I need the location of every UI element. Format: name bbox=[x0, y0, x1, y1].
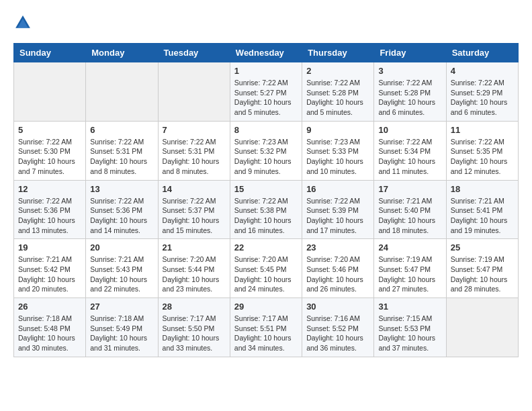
calendar-week-2: 5Sunrise: 7:22 AM Sunset: 5:30 PM Daylig… bbox=[14, 121, 519, 180]
calendar-table: SundayMondayTuesdayWednesdayThursdayFrid… bbox=[13, 43, 519, 357]
day-number: 10 bbox=[378, 125, 441, 135]
day-number: 7 bbox=[163, 125, 226, 135]
calendar-cell bbox=[158, 62, 230, 122]
calendar-cell: 3Sunrise: 7:22 AM Sunset: 5:28 PM Daylig… bbox=[374, 62, 446, 122]
calendar-cell: 9Sunrise: 7:23 AM Sunset: 5:33 PM Daylig… bbox=[302, 121, 374, 180]
day-number: 19 bbox=[18, 242, 81, 253]
calendar-cell: 23Sunrise: 7:20 AM Sunset: 5:46 PM Dayli… bbox=[302, 239, 374, 298]
calendar-cell: 18Sunrise: 7:21 AM Sunset: 5:41 PM Dayli… bbox=[446, 180, 518, 239]
cell-content: Sunrise: 7:20 AM Sunset: 5:45 PM Dayligh… bbox=[234, 255, 298, 294]
cell-content: Sunrise: 7:22 AM Sunset: 5:28 PM Dayligh… bbox=[306, 78, 369, 118]
calendar-cell: 25Sunrise: 7:19 AM Sunset: 5:47 PM Dayli… bbox=[446, 239, 518, 298]
calendar-cell: 21Sunrise: 7:20 AM Sunset: 5:44 PM Dayli… bbox=[158, 239, 230, 298]
day-number: 31 bbox=[378, 302, 441, 312]
cell-content: Sunrise: 7:20 AM Sunset: 5:44 PM Dayligh… bbox=[163, 255, 226, 294]
calendar-cell: 8Sunrise: 7:23 AM Sunset: 5:32 PM Daylig… bbox=[230, 121, 302, 180]
calendar-cell: 22Sunrise: 7:20 AM Sunset: 5:45 PM Dayli… bbox=[230, 239, 302, 298]
day-number: 4 bbox=[451, 66, 514, 76]
day-number: 18 bbox=[451, 184, 514, 194]
cell-content: Sunrise: 7:22 AM Sunset: 5:31 PM Dayligh… bbox=[163, 137, 226, 177]
day-number: 12 bbox=[18, 184, 81, 194]
cell-content: Sunrise: 7:21 AM Sunset: 5:42 PM Dayligh… bbox=[18, 255, 81, 294]
day-number: 14 bbox=[163, 184, 226, 194]
calendar-cell: 28Sunrise: 7:17 AM Sunset: 5:50 PM Dayli… bbox=[158, 298, 230, 357]
cell-content: Sunrise: 7:20 AM Sunset: 5:46 PM Dayligh… bbox=[306, 255, 369, 294]
page-header bbox=[13, 13, 519, 32]
calendar-body: 1Sunrise: 7:22 AM Sunset: 5:27 PM Daylig… bbox=[14, 62, 519, 357]
calendar-cell: 29Sunrise: 7:17 AM Sunset: 5:51 PM Dayli… bbox=[230, 298, 302, 357]
day-number: 23 bbox=[306, 242, 369, 253]
day-header-wednesday: Wednesday bbox=[230, 44, 302, 62]
day-number: 3 bbox=[378, 66, 441, 76]
calendar-cell: 27Sunrise: 7:18 AM Sunset: 5:49 PM Dayli… bbox=[86, 298, 158, 357]
day-number: 6 bbox=[90, 125, 153, 135]
day-number: 16 bbox=[306, 184, 369, 194]
calendar-week-4: 19Sunrise: 7:21 AM Sunset: 5:42 PM Dayli… bbox=[14, 239, 519, 298]
calendar-cell: 1Sunrise: 7:22 AM Sunset: 5:27 PM Daylig… bbox=[230, 62, 302, 122]
day-number: 26 bbox=[18, 302, 81, 312]
day-number: 25 bbox=[451, 242, 514, 253]
calendar-cell: 17Sunrise: 7:21 AM Sunset: 5:40 PM Dayli… bbox=[374, 180, 446, 239]
cell-content: Sunrise: 7:21 AM Sunset: 5:40 PM Dayligh… bbox=[378, 196, 441, 236]
cell-content: Sunrise: 7:19 AM Sunset: 5:47 PM Dayligh… bbox=[451, 255, 514, 294]
cell-content: Sunrise: 7:23 AM Sunset: 5:32 PM Dayligh… bbox=[234, 137, 298, 177]
calendar-cell: 15Sunrise: 7:22 AM Sunset: 5:38 PM Dayli… bbox=[230, 180, 302, 239]
calendar-cell: 6Sunrise: 7:22 AM Sunset: 5:31 PM Daylig… bbox=[86, 121, 158, 180]
day-number: 9 bbox=[306, 125, 369, 135]
calendar-cell: 24Sunrise: 7:19 AM Sunset: 5:47 PM Dayli… bbox=[374, 239, 446, 298]
cell-content: Sunrise: 7:22 AM Sunset: 5:35 PM Dayligh… bbox=[451, 137, 514, 177]
calendar-week-1: 1Sunrise: 7:22 AM Sunset: 5:27 PM Daylig… bbox=[14, 62, 519, 122]
cell-content: Sunrise: 7:21 AM Sunset: 5:43 PM Dayligh… bbox=[90, 255, 153, 294]
day-header-thursday: Thursday bbox=[302, 44, 374, 62]
calendar-cell: 11Sunrise: 7:22 AM Sunset: 5:35 PM Dayli… bbox=[446, 121, 518, 180]
calendar-cell: 5Sunrise: 7:22 AM Sunset: 5:30 PM Daylig… bbox=[14, 121, 86, 180]
calendar-cell: 13Sunrise: 7:22 AM Sunset: 5:36 PM Dayli… bbox=[86, 180, 158, 239]
day-number: 27 bbox=[90, 302, 153, 312]
day-header-saturday: Saturday bbox=[446, 44, 518, 62]
cell-content: Sunrise: 7:17 AM Sunset: 5:51 PM Dayligh… bbox=[234, 314, 298, 353]
cell-content: Sunrise: 7:18 AM Sunset: 5:49 PM Dayligh… bbox=[90, 314, 153, 353]
cell-content: Sunrise: 7:22 AM Sunset: 5:31 PM Dayligh… bbox=[90, 137, 153, 177]
cell-content: Sunrise: 7:22 AM Sunset: 5:36 PM Dayligh… bbox=[18, 196, 81, 236]
day-number: 21 bbox=[163, 242, 226, 253]
day-number: 11 bbox=[451, 125, 514, 135]
cell-content: Sunrise: 7:22 AM Sunset: 5:38 PM Dayligh… bbox=[234, 196, 298, 236]
cell-content: Sunrise: 7:19 AM Sunset: 5:47 PM Dayligh… bbox=[378, 255, 441, 294]
calendar-cell: 2Sunrise: 7:22 AM Sunset: 5:28 PM Daylig… bbox=[302, 62, 374, 122]
day-header-sunday: Sunday bbox=[14, 44, 86, 62]
calendar-cell: 30Sunrise: 7:16 AM Sunset: 5:52 PM Dayli… bbox=[302, 298, 374, 357]
cell-content: Sunrise: 7:22 AM Sunset: 5:28 PM Dayligh… bbox=[378, 78, 441, 118]
logo bbox=[13, 13, 35, 32]
calendar-cell: 19Sunrise: 7:21 AM Sunset: 5:42 PM Dayli… bbox=[14, 239, 86, 298]
cell-content: Sunrise: 7:16 AM Sunset: 5:52 PM Dayligh… bbox=[306, 314, 369, 353]
calendar-header: SundayMondayTuesdayWednesdayThursdayFrid… bbox=[14, 44, 519, 62]
day-number: 2 bbox=[306, 66, 369, 76]
calendar-cell: 4Sunrise: 7:22 AM Sunset: 5:29 PM Daylig… bbox=[446, 62, 518, 122]
day-number: 1 bbox=[234, 66, 298, 76]
cell-content: Sunrise: 7:22 AM Sunset: 5:29 PM Dayligh… bbox=[451, 78, 514, 118]
calendar-cell bbox=[86, 62, 158, 122]
day-header-monday: Monday bbox=[86, 44, 158, 62]
cell-content: Sunrise: 7:22 AM Sunset: 5:39 PM Dayligh… bbox=[306, 196, 369, 236]
cell-content: Sunrise: 7:22 AM Sunset: 5:30 PM Dayligh… bbox=[18, 137, 81, 177]
day-number: 15 bbox=[234, 184, 298, 194]
day-number: 24 bbox=[378, 242, 441, 253]
cell-content: Sunrise: 7:22 AM Sunset: 5:36 PM Dayligh… bbox=[90, 196, 153, 236]
day-header-friday: Friday bbox=[374, 44, 446, 62]
day-number: 29 bbox=[234, 302, 298, 312]
day-number: 30 bbox=[306, 302, 369, 312]
calendar-cell: 12Sunrise: 7:22 AM Sunset: 5:36 PM Dayli… bbox=[14, 180, 86, 239]
day-number: 17 bbox=[378, 184, 441, 194]
day-header-tuesday: Tuesday bbox=[158, 44, 230, 62]
cell-content: Sunrise: 7:15 AM Sunset: 5:53 PM Dayligh… bbox=[378, 314, 441, 353]
day-number: 22 bbox=[234, 242, 298, 253]
calendar-cell bbox=[14, 62, 86, 122]
calendar-cell bbox=[446, 298, 518, 357]
calendar-cell: 26Sunrise: 7:18 AM Sunset: 5:48 PM Dayli… bbox=[14, 298, 86, 357]
logo-icon bbox=[13, 13, 32, 32]
day-number: 20 bbox=[90, 242, 153, 253]
calendar-week-3: 12Sunrise: 7:22 AM Sunset: 5:36 PM Dayli… bbox=[14, 180, 519, 239]
cell-content: Sunrise: 7:22 AM Sunset: 5:27 PM Dayligh… bbox=[234, 78, 298, 118]
day-number: 28 bbox=[163, 302, 226, 312]
calendar-cell: 14Sunrise: 7:22 AM Sunset: 5:37 PM Dayli… bbox=[158, 180, 230, 239]
